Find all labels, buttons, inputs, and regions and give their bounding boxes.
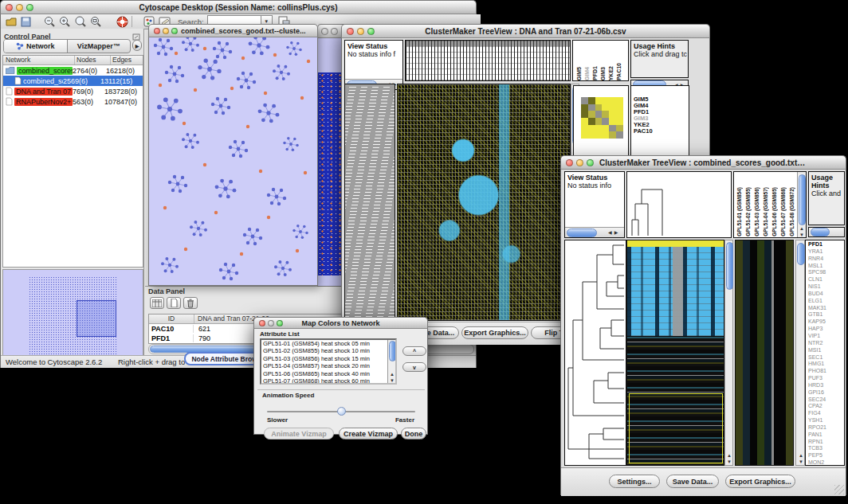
zoom-button[interactable] [171, 28, 178, 34]
zoom-button[interactable] [26, 4, 33, 11]
slider-thumb[interactable] [337, 407, 346, 416]
move-up-button[interactable]: ^ [402, 346, 426, 356]
column-dendrogram[interactable] [405, 40, 571, 81]
heatmap-cell [602, 125, 609, 132]
heatmap-cell [588, 97, 595, 104]
done-button[interactable]: Done [401, 428, 426, 440]
heatmap-cell [581, 125, 588, 132]
main-titlebar[interactable]: Cytoscape Desktop (Session Name: collins… [0, 0, 477, 14]
heatmap-cell [609, 97, 616, 104]
dense-network-region[interactable] [318, 72, 344, 275]
cluster-mini-heatmap[interactable] [581, 97, 623, 139]
close-button[interactable] [321, 28, 328, 35]
network-tab-icon [16, 42, 24, 50]
network-canvas[interactable] [148, 37, 318, 286]
select-attributes-icon[interactable] [150, 297, 164, 309]
heatmap-cell [609, 118, 616, 125]
attribute-item[interactable]: GPL51-02 (GSM855) heat shock 10 min [261, 347, 389, 354]
gene-label: MSI1 [808, 347, 844, 354]
help-lifering-icon[interactable] [116, 16, 128, 28]
col-nodes[interactable]: Nodes [75, 56, 111, 64]
main-heatmap[interactable] [397, 84, 571, 321]
zoom-fit-icon[interactable] [90, 16, 102, 27]
zoom-out-icon[interactable] [44, 16, 56, 27]
view-status-title: View Status [565, 172, 624, 182]
close-button[interactable] [347, 28, 354, 35]
column-label: GPL51-04 (GSM857) [762, 187, 771, 236]
attribute-item[interactable]: GPL51-07 (GSM868) heat shock 60 min [261, 377, 389, 385]
open-session-icon[interactable] [6, 17, 18, 27]
move-down-button[interactable]: v [402, 362, 426, 372]
close-button[interactable] [154, 28, 160, 34]
usage-hints-scrollbar[interactable] [808, 227, 845, 237]
gene-label: YRA1 [808, 248, 844, 256]
view-status-scrollbar[interactable]: ◀▶ [565, 227, 624, 237]
col-network[interactable]: Network [3, 56, 75, 64]
attribute-item[interactable]: GPL51-06 (GSM865) heat shock 40 min [261, 370, 389, 377]
settings-button[interactable]: Settings... [609, 475, 660, 488]
zoom-button[interactable] [367, 28, 375, 35]
main-window-title: Cytoscape Desktop (Session Name: collins… [1, 3, 476, 12]
export-graphics-button[interactable]: Export Graphics... [725, 475, 795, 488]
gene-label: GPI16 [808, 389, 844, 397]
col-id[interactable]: ID [149, 315, 194, 323]
more-tabs-button[interactable]: ▶ [132, 40, 142, 51]
minimize-button[interactable] [16, 4, 23, 11]
heatmap-cell [581, 111, 588, 118]
tab-vizmapper[interactable]: VizMapper™ [68, 40, 131, 53]
row-dendrogram[interactable] [564, 240, 626, 466]
column-label: GIM3 [599, 67, 607, 80]
column-dendrogram[interactable] [626, 171, 732, 238]
network-row-selected[interactable]: combined_sco 2569(6) 13112(15) [3, 76, 143, 86]
close-button[interactable] [6, 4, 13, 11]
minimize-button[interactable] [357, 28, 364, 35]
attribute-item[interactable]: GPL51-01 (GSM854) heat shock 05 min [261, 340, 389, 347]
gene-label: TCB3 [808, 445, 844, 452]
attribute-list-scrollbar[interactable]: ▲▼ [387, 340, 395, 383]
new-attribute-icon[interactable] [167, 297, 181, 309]
zoom-button[interactable] [277, 320, 283, 326]
heatmap-vscrollbar[interactable]: ▲▼ [724, 240, 733, 466]
gene-list-scrollbar[interactable]: ▲▼ [795, 240, 805, 466]
birds-eye-view[interactable] [2, 269, 143, 363]
animation-slider[interactable] [267, 407, 415, 416]
network-row[interactable]: combined_scores 2764(0) 16218(0) [3, 65, 143, 76]
attribute-item[interactable]: GPL51-03 (GSM856) heat shock 15 min [261, 355, 389, 362]
column-label: GPL51-06 (GSM865) [771, 187, 779, 236]
column-labels-scrollbar[interactable]: ▲▼ [797, 172, 806, 237]
main-heatmap[interactable] [626, 240, 724, 466]
network-row[interactable]: DNA and Tran 07 769(0) 183728(0) [3, 86, 143, 96]
zoom-in-icon[interactable] [59, 16, 71, 27]
treeview-dna-titlebar[interactable]: ClusterMaker TreeView : DNA and Tran 07-… [341, 24, 710, 38]
selected-cluster-heatmap[interactable] [735, 240, 794, 466]
minimize-button[interactable] [576, 159, 583, 166]
row-dendrogram[interactable] [344, 84, 395, 321]
resize-grip[interactable] [834, 485, 844, 494]
create-vizmap-button[interactable]: Create Vizmap [339, 428, 398, 440]
zoom-button[interactable] [587, 159, 594, 166]
col-edges[interactable]: Edges [111, 56, 143, 64]
zoom-selected-icon[interactable] [74, 16, 87, 27]
tab-network[interactable]: Network [4, 40, 68, 53]
close-button[interactable] [566, 159, 573, 166]
save-session-icon[interactable] [21, 17, 31, 27]
document-icon [6, 87, 13, 96]
heatmap-cell [616, 111, 623, 118]
network-row[interactable]: RNAPuberNov2+ 563(0) 107847(0) [3, 96, 143, 107]
heatmap-cell [602, 118, 609, 125]
birds-eye-selection[interactable] [77, 300, 116, 337]
heatmap-cell [616, 125, 623, 132]
minimize-button[interactable] [163, 28, 169, 34]
status-welcome: Welcome to Cytoscape 2.6.2 [6, 357, 102, 366]
gene-label: MSL1 [808, 263, 844, 270]
heatmap-cell [595, 104, 603, 111]
attribute-item[interactable]: GPL51-04 (GSM857) heat shock 20 min [261, 362, 389, 369]
delete-attribute-icon[interactable] [183, 297, 198, 309]
save-data-button[interactable]: Save Data... [666, 475, 719, 488]
export-graphics-button[interactable]: Export Graphics... [461, 326, 528, 339]
dialog-titlebar[interactable]: Map Colors to Network [253, 317, 428, 329]
close-button[interactable] [259, 320, 265, 326]
treeview-combined-titlebar[interactable]: ClusterMaker TreeView : combined_scores_… [560, 155, 846, 170]
gene-label: CPA2 [808, 403, 844, 410]
minimize-button[interactable] [331, 28, 338, 35]
